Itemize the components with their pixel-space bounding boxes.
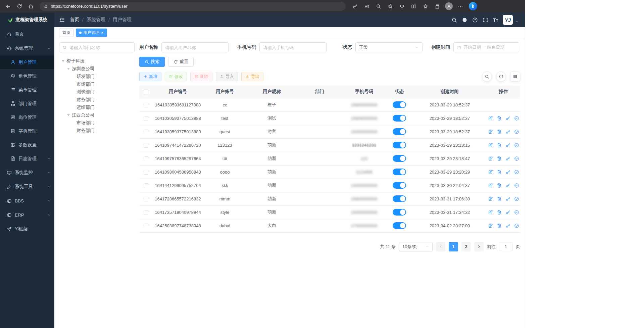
department-search[interactable]	[59, 42, 135, 52]
edit-icon[interactable]	[488, 143, 493, 148]
sidebar-item-system-monitor[interactable]: 系统监控	[0, 166, 54, 180]
department-search-input[interactable]	[69, 45, 131, 50]
reset-password-icon[interactable]	[505, 210, 510, 215]
close-icon[interactable]: ×	[101, 31, 104, 35]
bing-copilot-button[interactable]: b	[469, 2, 477, 10]
delete-icon[interactable]	[497, 210, 502, 215]
assign-role-icon[interactable]	[514, 129, 519, 134]
address-bar[interactable]: https://ccnetcore.com:1101/system/user	[40, 2, 346, 11]
assign-role-icon[interactable]	[514, 210, 519, 215]
page-size-select[interactable]: 10条/页	[399, 242, 433, 251]
sidebar-item-log-management[interactable]: 日志管理	[0, 152, 54, 166]
favorites-button[interactable]	[420, 2, 431, 11]
tree-node[interactable]: 财务部门	[59, 96, 135, 103]
reset-password-icon[interactable]	[505, 170, 510, 175]
row-checkbox[interactable]	[144, 224, 148, 228]
status-toggle[interactable]	[393, 195, 406, 202]
fullscreen-icon[interactable]	[483, 17, 488, 23]
sidebar-item-dict-management[interactable]: 字典管理	[0, 124, 54, 138]
delete-icon[interactable]	[497, 223, 502, 228]
jump-page-input[interactable]	[499, 242, 512, 251]
sidebar-item-role-management[interactable]: 角色管理	[0, 69, 54, 83]
columns-button[interactable]	[510, 72, 520, 82]
row-checkbox[interactable]	[144, 197, 148, 201]
back-button[interactable]	[3, 2, 13, 11]
refresh-button[interactable]	[14, 2, 25, 11]
font-size-icon[interactable]: TT	[493, 17, 498, 22]
sidebar-item-dept-management[interactable]: 部门管理	[0, 97, 54, 110]
edit-icon[interactable]	[488, 183, 493, 188]
sidebar-item-erp[interactable]: ERP	[0, 208, 54, 222]
tree-node[interactable]: 测试部门	[59, 88, 135, 96]
edit-icon[interactable]	[488, 210, 493, 215]
delete-icon[interactable]	[497, 116, 502, 121]
status-toggle[interactable]	[393, 101, 406, 108]
tree-node[interactable]: 市场部门	[59, 119, 135, 127]
tab-user-management[interactable]: 用户管理 ×	[76, 29, 107, 37]
add-button[interactable]: 新增	[139, 72, 161, 81]
row-checkbox[interactable]	[144, 130, 148, 134]
browser-essentials-button[interactable]	[397, 2, 407, 11]
tree-node[interactable]: 江西总公司	[59, 111, 135, 119]
tree-node[interactable]: 市场部门	[59, 80, 135, 88]
assign-role-icon[interactable]	[514, 223, 519, 228]
row-checkbox[interactable]	[144, 143, 148, 148]
edit-button[interactable]: 修改	[165, 72, 187, 81]
status-toggle[interactable]	[393, 169, 406, 175]
date-range-picker[interactable]: 开始日期 - 结束日期	[453, 42, 519, 52]
caret-down-icon[interactable]	[62, 60, 64, 62]
delete-icon[interactable]	[497, 129, 502, 134]
select-all-checkbox[interactable]	[144, 90, 148, 94]
tree-node[interactable]: 运维部门	[59, 103, 135, 111]
refresh-table-button[interactable]	[496, 72, 506, 82]
sidebar-item-system-tools[interactable]: 系统工具	[0, 180, 54, 194]
status-toggle[interactable]	[393, 155, 406, 162]
status-toggle[interactable]	[393, 115, 406, 122]
assign-role-icon[interactable]	[514, 143, 519, 148]
search-button[interactable]: 搜索	[139, 57, 165, 67]
status-toggle[interactable]	[393, 128, 406, 135]
row-checkbox[interactable]	[144, 116, 148, 121]
add-favorite-button[interactable]	[385, 2, 396, 11]
delete-icon[interactable]	[497, 156, 502, 161]
reset-button[interactable]: 重置	[168, 57, 194, 67]
delete-button[interactable]: 删除	[190, 72, 212, 81]
breadcrumb-home[interactable]: 首页	[70, 17, 79, 23]
edit-icon[interactable]	[488, 156, 493, 161]
app-logo[interactable]: 意框架管理系统	[0, 12, 54, 27]
tree-node[interactable]: 研发部门	[59, 73, 135, 80]
home-button[interactable]	[26, 2, 36, 11]
reset-password-icon[interactable]	[505, 223, 510, 228]
import-button[interactable]: 导入	[216, 72, 238, 81]
next-page-button[interactable]	[474, 242, 484, 251]
zoom-button[interactable]	[373, 2, 384, 11]
reset-password-icon[interactable]	[505, 129, 510, 134]
edit-icon[interactable]	[488, 170, 493, 175]
sidebar-item-user-management[interactable]: 用户管理	[0, 55, 54, 69]
edit-icon[interactable]	[488, 196, 493, 201]
password-key-button[interactable]	[350, 2, 360, 11]
fold-menu-icon[interactable]	[59, 17, 65, 23]
sidebar-item-yi-framework[interactable]: Yi框架	[0, 222, 54, 236]
reset-password-icon[interactable]	[505, 116, 510, 121]
caret-down-icon[interactable]	[67, 114, 70, 116]
github-icon[interactable]	[462, 17, 467, 23]
delete-icon[interactable]	[497, 143, 502, 148]
reset-password-icon[interactable]	[505, 156, 510, 161]
phone-input[interactable]	[259, 42, 327, 52]
edit-icon[interactable]	[488, 223, 493, 228]
sidebar-item-bbs[interactable]: BBS	[0, 194, 54, 208]
row-checkbox[interactable]	[144, 183, 148, 188]
tree-node[interactable]: 橙子科技	[59, 57, 135, 65]
browser-menu-button[interactable]	[455, 2, 466, 11]
username-input[interactable]	[161, 42, 229, 52]
delete-icon[interactable]	[497, 183, 502, 188]
row-checkbox[interactable]	[144, 170, 148, 175]
collections-button[interactable]	[432, 2, 443, 11]
question-icon[interactable]	[472, 17, 478, 23]
status-select[interactable]: 正常	[355, 42, 423, 52]
delete-icon[interactable]	[497, 170, 502, 175]
prev-page-button[interactable]	[436, 242, 445, 251]
user-avatar[interactable]: YJ	[503, 15, 513, 25]
sidebar-item-home[interactable]: 首页	[0, 27, 54, 41]
